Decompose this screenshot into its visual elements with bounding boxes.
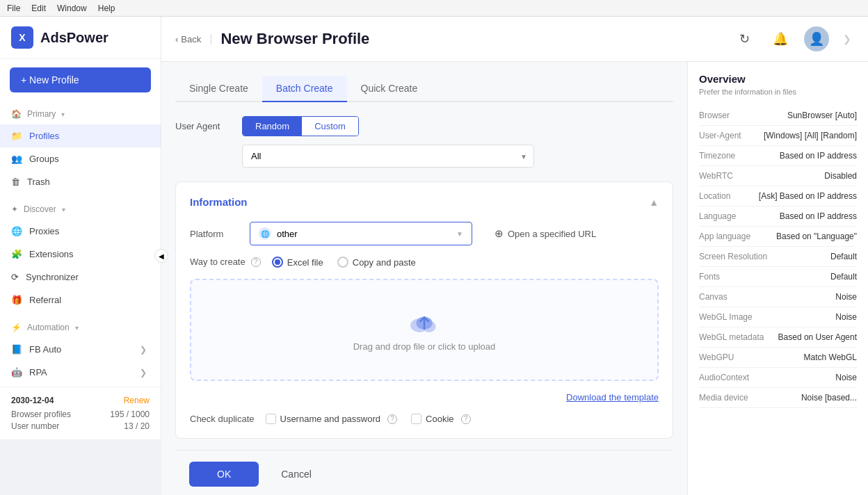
paste-label: Copy and paste xyxy=(353,257,416,268)
overview-key: WebRTC xyxy=(699,171,733,181)
menu-edit[interactable]: Edit xyxy=(31,3,46,13)
tab-quick-create[interactable]: Quick Create xyxy=(347,76,432,102)
copy-paste-option[interactable]: Copy and paste xyxy=(337,257,416,268)
overview-value: Default xyxy=(830,272,857,282)
username-checkbox[interactable] xyxy=(266,414,276,424)
sidebar-item-profiles-label: Profiles xyxy=(29,131,59,141)
sidebar-item-trash[interactable]: 🗑 Trash xyxy=(0,170,161,193)
folder-icon: 📁 xyxy=(11,131,22,141)
cookie-label: Cookie xyxy=(426,414,453,424)
user-agent-row: User Agent Random Custom xyxy=(175,116,673,136)
ua-dropdown[interactable]: All xyxy=(242,145,534,168)
back-button[interactable]: ‹ Back xyxy=(175,34,201,44)
upload-area[interactable]: Drag and drop file or click to upload xyxy=(190,279,659,381)
overview-row: Screen Resolution Default xyxy=(699,247,857,267)
tab-batch-create[interactable]: Batch Create xyxy=(262,76,347,102)
overview-row: WebGL Image Noise xyxy=(699,307,857,327)
tab-single-create[interactable]: Single Create xyxy=(175,76,262,102)
sidebar-item-profiles[interactable]: 📁 Profiles xyxy=(0,124,161,147)
help-icon[interactable]: ? xyxy=(251,257,261,267)
overview-key: Language xyxy=(699,211,736,221)
overview-key: WebGL Image xyxy=(699,312,753,322)
random-button[interactable]: Random xyxy=(243,117,302,136)
sidebar-item-extensions[interactable]: 🧩 Extensions xyxy=(0,243,161,266)
sidebar-item-proxies[interactable]: 🌐 Proxies xyxy=(0,220,161,243)
sidebar-item-rpa[interactable]: 🤖 RPA ❯ xyxy=(0,361,161,384)
platform-value: other xyxy=(277,229,298,239)
sidebar-primary-header[interactable]: 🏠 Primary ▾ xyxy=(0,104,161,124)
menu-window[interactable]: Window xyxy=(57,3,87,13)
nav-forward-icon[interactable]: ❯ xyxy=(840,33,854,44)
overview-value: Based on IP address xyxy=(780,211,857,221)
excel-file-option[interactable]: Excel file xyxy=(272,257,323,268)
overview-row: WebGPU Match WebGL xyxy=(699,348,857,368)
sidebar-item-groups[interactable]: 👥 Groups xyxy=(0,147,161,170)
overview-key: Location xyxy=(699,191,730,201)
user-number-label: User number xyxy=(11,421,59,431)
download-template-link[interactable]: Download the template xyxy=(190,392,659,403)
sidebar-item-synchronizer[interactable]: ⟳ Synchronizer xyxy=(0,266,161,289)
custom-button[interactable]: Custom xyxy=(302,117,358,136)
section-header[interactable]: Information ▲ xyxy=(190,196,659,208)
overview-row: Browser SunBrowser [Auto] xyxy=(699,106,857,126)
overview-key: Fonts xyxy=(699,272,720,282)
discover-label: Discover xyxy=(24,204,56,214)
check-duplicate-label: Check duplicate xyxy=(190,414,255,424)
overview-key: Canvas xyxy=(699,292,728,302)
renew-link[interactable]: Renew xyxy=(124,396,150,405)
page-header: ‹ Back | New Browser Profile ↻ 🔔 👤 ❯ xyxy=(161,17,868,62)
primary-label: Primary xyxy=(27,109,56,119)
paste-radio[interactable] xyxy=(337,257,348,268)
excel-radio[interactable] xyxy=(272,257,283,268)
username-password-option[interactable]: Username and password ? xyxy=(266,414,398,424)
overview-row: Canvas Noise xyxy=(699,287,857,307)
sidebar-item-extensions-label: Extensions xyxy=(29,249,74,259)
help-icon-user[interactable]: ? xyxy=(387,414,397,424)
overview-row: WebGL metadata Based on User Agent xyxy=(699,327,857,348)
refresh-icon[interactable]: ↻ xyxy=(732,26,757,51)
cancel-button[interactable]: Cancel xyxy=(267,462,326,487)
header-left: ‹ Back | New Browser Profile xyxy=(175,30,369,48)
ua-dropdown-wrapper: All xyxy=(242,145,534,168)
expiry-date: 2030-12-04 xyxy=(11,396,54,405)
overview-value: Disabled xyxy=(824,171,857,181)
chevron-down-icon-auto: ▾ xyxy=(75,324,79,332)
cookie-checkbox[interactable] xyxy=(411,414,421,424)
way-to-create-row: Way to create ? Excel file Co xyxy=(190,257,659,268)
bell-icon[interactable]: 🔔 xyxy=(768,26,793,51)
sidebar-item-referral[interactable]: 🎁 Referral xyxy=(0,289,161,311)
overview-value: Based on IP address xyxy=(780,151,857,161)
overview-row: Fonts Default xyxy=(699,267,857,287)
overview-key: App language xyxy=(699,232,750,241)
sidebar-automation-header[interactable]: ⚡ Automation ▾ xyxy=(0,317,161,338)
overview-panel: Overview Prefer the information in files… xyxy=(687,62,868,495)
sidebar-item-referral-label: Referral xyxy=(29,295,61,305)
user-agent-label: User Agent xyxy=(175,121,231,131)
sidebar-discover-header[interactable]: ✦ Discover ▾ xyxy=(0,199,161,220)
proxy-icon: 🌐 xyxy=(11,226,22,236)
menu-file[interactable]: File xyxy=(7,3,20,13)
help-icon-cookie[interactable]: ? xyxy=(461,414,471,424)
platform-dropdown[interactable]: 🌐 other ▼ xyxy=(250,222,472,245)
platform-label: Platform xyxy=(190,229,239,239)
cookie-option[interactable]: Cookie ? xyxy=(411,414,470,424)
overview-row: User-Agent [Windows] [All] [Random] xyxy=(699,126,857,146)
overview-row: Timezone Based on IP address xyxy=(699,146,857,166)
sidebar-item-fb-auto[interactable]: 📘 FB Auto ❯ xyxy=(0,338,161,361)
new-profile-button[interactable]: + New Profile xyxy=(10,67,151,92)
logo-text: AdsPower xyxy=(40,30,108,46)
ok-button[interactable]: OK xyxy=(189,462,259,487)
sidebar-item-proxies-label: Proxies xyxy=(29,226,59,236)
checkbox-group: Username and password ? Cookie ? xyxy=(266,414,471,424)
sidebar-stats: Browser profiles 195 / 1000 User number … xyxy=(11,409,150,431)
avatar[interactable]: 👤 xyxy=(804,26,829,51)
overview-value: [Windows] [All] [Random] xyxy=(764,131,857,140)
menu-help[interactable]: Help xyxy=(98,3,115,13)
overview-key: AudioContext xyxy=(699,373,749,382)
sidebar-collapse-button[interactable]: ◀ xyxy=(154,249,168,263)
group-icon: 👥 xyxy=(11,154,22,164)
overview-key: User-Agent xyxy=(699,131,741,140)
ua-dropdown-row: All xyxy=(175,145,673,168)
open-url-button[interactable]: ⊕ Open a specified URL xyxy=(495,227,596,240)
open-url-label: Open a specified URL xyxy=(508,229,596,239)
